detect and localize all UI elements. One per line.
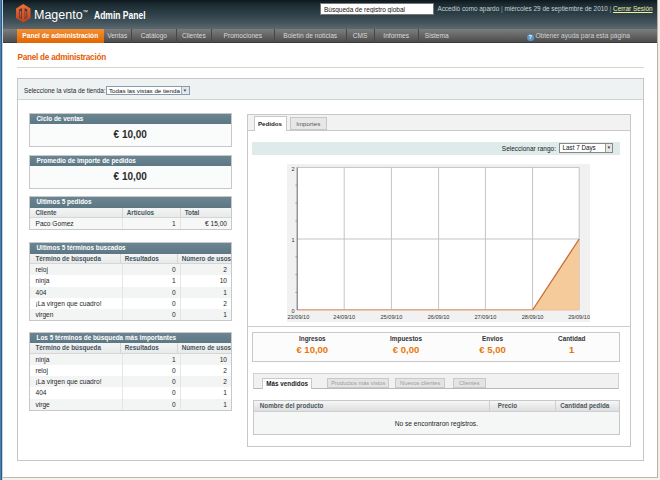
svg-text:27/09/10: 27/09/10	[474, 314, 496, 320]
svg-text:26/09/10: 26/09/10	[427, 314, 449, 320]
svg-text:28/09/10: 28/09/10	[521, 314, 543, 320]
svg-text:2: 2	[291, 166, 294, 172]
svg-text:1: 1	[291, 237, 294, 243]
svg-text:23/09/10: 23/09/10	[287, 314, 309, 320]
svg-text:24/09/10: 24/09/10	[333, 314, 355, 320]
svg-text:25/09/10: 25/09/10	[380, 314, 402, 320]
svg-text:29/09/10: 29/09/10	[568, 314, 590, 320]
